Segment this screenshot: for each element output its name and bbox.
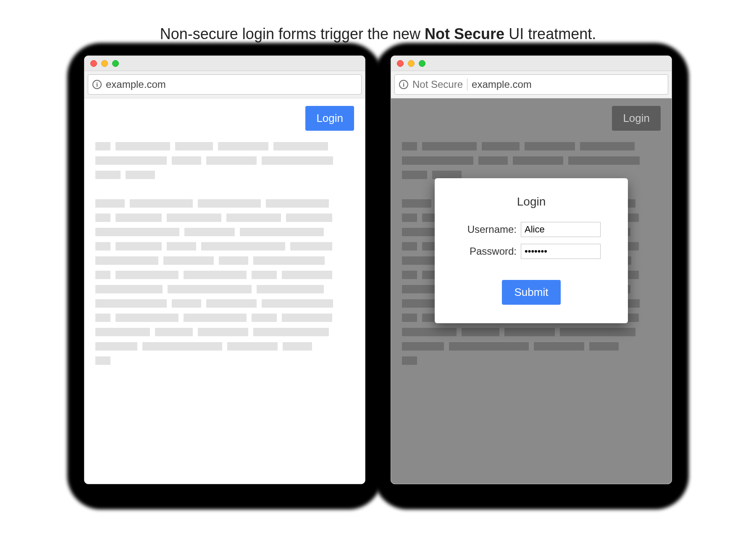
page-viewport: Login: [391, 98, 672, 484]
window-titlebar: [391, 56, 672, 71]
address-bar[interactable]: i Not Secure example.com: [394, 74, 668, 95]
site-info-icon[interactable]: i: [92, 80, 102, 89]
site-info-icon[interactable]: i: [399, 80, 408, 89]
address-text: example.com: [106, 79, 166, 90]
close-traffic-light-icon[interactable]: [397, 60, 404, 67]
caption: Non-secure login forms trigger the new N…: [160, 25, 596, 43]
address-text: example.com: [472, 79, 532, 90]
username-row: Username:: [453, 222, 609, 237]
login-modal-title: Login: [453, 195, 609, 208]
address-separator: [467, 79, 467, 90]
login-modal-overlay: Login Username: Password: Submit: [391, 98, 672, 484]
password-row: Password:: [453, 244, 609, 259]
right-browser-window: i Not Secure example.com Login: [391, 55, 672, 484]
page-viewport: Login: [84, 98, 365, 484]
window-titlebar: [84, 56, 365, 71]
not-secure-indicator: Not Secure: [412, 79, 463, 90]
caption-prefix: Non-secure login forms trigger the new: [160, 25, 425, 42]
right-browser-wrap: i Not Secure example.com Login: [391, 55, 672, 484]
address-bar[interactable]: i example.com: [88, 74, 362, 95]
close-traffic-light-icon[interactable]: [90, 60, 97, 67]
placeholder-content: [95, 142, 354, 365]
left-browser-window: i example.com Login: [84, 55, 365, 484]
maximize-traffic-light-icon[interactable]: [419, 60, 425, 67]
username-input[interactable]: [521, 222, 601, 237]
comparison-stage: i example.com Login: [84, 55, 672, 484]
password-input[interactable]: [521, 244, 601, 259]
minimize-traffic-light-icon[interactable]: [408, 60, 415, 67]
username-label: Username:: [462, 224, 517, 235]
caption-bold: Not Secure: [425, 25, 504, 42]
login-modal: Login Username: Password: Submit: [435, 178, 628, 323]
submit-button[interactable]: Submit: [502, 280, 561, 305]
left-browser-wrap: i example.com Login: [84, 55, 365, 484]
caption-suffix: UI treatment.: [504, 25, 596, 42]
password-label: Password:: [462, 245, 517, 257]
login-button[interactable]: Login: [305, 106, 354, 131]
minimize-traffic-light-icon[interactable]: [101, 60, 108, 67]
maximize-traffic-light-icon[interactable]: [112, 60, 119, 67]
